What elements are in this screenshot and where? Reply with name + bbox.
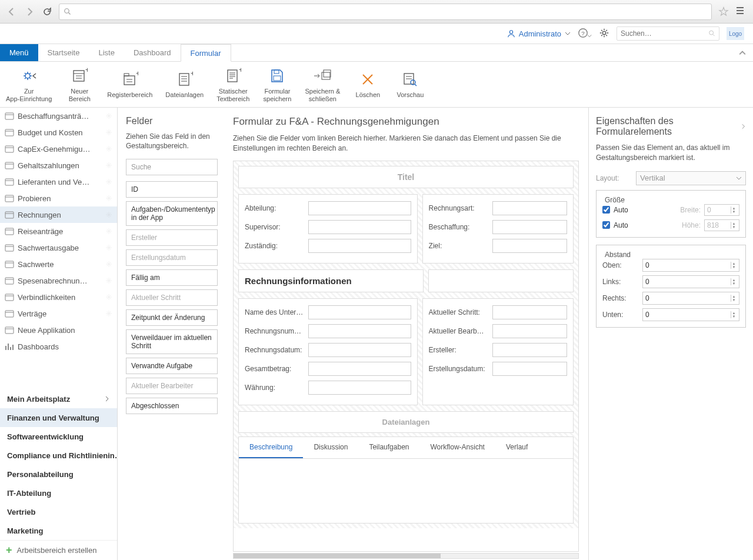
fields-search[interactable]: Suche — [126, 159, 218, 175]
form-input[interactable] — [308, 239, 411, 253]
layout-select[interactable]: Vertikal — [636, 171, 746, 185]
margin-input[interactable]: 0▲▼ — [642, 292, 739, 305]
form-line[interactable]: Erstellungsdatum: — [429, 361, 567, 376]
canvas-tab-content[interactable] — [238, 459, 574, 524]
back-button[interactable] — [6, 6, 18, 18]
form-input[interactable] — [308, 324, 411, 338]
sidebar-section[interactable]: Vertrieb — [0, 502, 117, 521]
form-line[interactable]: Rechnungsnum… — [245, 324, 411, 339]
form-input[interactable] — [308, 220, 411, 234]
field-item[interactable]: Fällig am — [126, 269, 218, 286]
field-item[interactable]: Aktueller Schritt — [126, 289, 218, 306]
ribbon-tab-area[interactable]: +Registerbereich — [107, 70, 152, 98]
form-input[interactable] — [308, 201, 411, 215]
sidebar-section[interactable]: Personalabteilung — [0, 465, 117, 484]
sidebar-app-item[interactable]: Spesenabrechnun… — [0, 272, 117, 289]
ribbon-preview[interactable]: Vorschau — [395, 70, 425, 98]
form-line[interactable]: Rechnungsart: — [429, 201, 567, 216]
form-line[interactable]: Währung: — [245, 380, 411, 395]
field-item[interactable]: Abgeschlossen — [126, 398, 218, 414]
form-input[interactable] — [492, 362, 567, 376]
form-input[interactable] — [308, 343, 411, 357]
tab-liste[interactable]: Liste — [89, 44, 124, 61]
sidebar-app-item[interactable]: Rechnungen — [0, 206, 117, 223]
canvas-title[interactable]: Titel — [238, 166, 574, 188]
margin-input[interactable]: 0▲▼ — [642, 259, 739, 272]
sidebar-section[interactable]: IT-Abteilung — [0, 484, 117, 502]
settings-button[interactable] — [599, 28, 609, 40]
form-input[interactable] — [492, 220, 567, 234]
sidebar-app-item[interactable]: Sachwertausgabe — [0, 239, 117, 256]
field-item[interactable]: Erstellungsdatum — [126, 249, 218, 266]
global-search[interactable] — [617, 26, 719, 41]
reload-button[interactable] — [41, 6, 53, 18]
form-line[interactable]: Gesamtbetrag: — [245, 361, 411, 376]
help-button[interactable]: ? — [578, 28, 592, 40]
sidebar-app-item[interactable]: Dashboards — [0, 338, 117, 355]
form-input[interactable] — [492, 305, 567, 319]
height-input[interactable]: 818▲▼ — [704, 219, 739, 231]
form-input[interactable] — [492, 201, 567, 215]
sidebar-section[interactable]: Finanzen und Verwaltung — [0, 408, 117, 427]
tab-startseite[interactable]: Startseite — [38, 44, 89, 61]
sidebar-app-item[interactable]: Lieferanten und Ve… — [0, 174, 117, 190]
form-input[interactable] — [308, 305, 411, 319]
field-item[interactable]: Aktueller Bearbeiter — [126, 378, 218, 394]
form-input[interactable] — [492, 239, 567, 253]
sidebar-app-item[interactable]: Probieren — [0, 190, 117, 206]
margin-input[interactable]: 0▲▼ — [642, 308, 739, 321]
url-bar[interactable] — [59, 4, 712, 20]
field-item[interactable]: ID — [126, 181, 218, 198]
field-item[interactable]: Verweildauer im aktuellen Schritt — [126, 329, 218, 354]
hamburger-icon[interactable] — [735, 6, 747, 17]
auto-height-checkbox[interactable] — [602, 221, 610, 229]
section-header[interactable]: Rechnungsinformationen — [238, 269, 424, 292]
forward-button[interactable] — [24, 6, 35, 18]
field-item[interactable]: Zeitpunkt der Änderung — [126, 309, 218, 326]
field-item[interactable]: Verwandte Aufgabe — [126, 358, 218, 374]
canvas-tab[interactable]: Diskussion — [303, 437, 358, 458]
canvas-block-1-right[interactable]: Rechnungsart:Beschaffung:Ziel: — [422, 194, 574, 264]
menu-button[interactable]: Menü — [0, 44, 38, 61]
global-search-input[interactable] — [621, 29, 709, 38]
form-line[interactable]: Aktueller Schritt: — [429, 305, 567, 320]
form-line[interactable]: Supervisor: — [245, 219, 411, 235]
tab-dashboard[interactable]: Dashboard — [124, 44, 181, 61]
canvas-block-2-left[interactable]: Name des Unter…Rechnungsnum…Rechnungsdat… — [238, 298, 418, 405]
field-item[interactable]: Aufgaben-/Dokumententyp in der App — [126, 201, 218, 226]
form-line[interactable]: Ziel: — [429, 238, 567, 254]
form-input[interactable] — [492, 343, 567, 357]
canvas-block-1-left[interactable]: Abteilung:Supervisor:Zuständig: — [238, 194, 418, 264]
field-item[interactable]: Ersteller — [126, 229, 218, 246]
form-line[interactable]: Rechnungsdatum: — [245, 342, 411, 358]
auto-width-checkbox[interactable] — [602, 206, 610, 214]
ribbon-new-area[interactable]: +Neuer Bereich — [65, 66, 94, 102]
canvas-tab[interactable]: Beschreibung — [239, 437, 303, 458]
canvas-tab[interactable]: Workflow-Ansicht — [419, 437, 495, 458]
sidebar-app-item[interactable]: Beschaffungsanträ… — [0, 108, 117, 124]
sidebar-section[interactable]: Mein Arbeitsplatz — [0, 389, 117, 408]
canvas-tab[interactable]: Verlauf — [495, 437, 538, 458]
tab-formular[interactable]: Formular — [181, 44, 231, 62]
chevron-right-icon[interactable] — [741, 124, 746, 129]
design-canvas[interactable]: Titel Abteilung:Supervisor:Zuständig: Re… — [234, 161, 578, 528]
ribbon-save-close[interactable]: Speichern & schließen — [305, 66, 340, 102]
ribbon-static-text[interactable]: +Statischer Textbereich — [216, 66, 249, 102]
form-input[interactable] — [492, 324, 567, 338]
sidebar-section[interactable]: Marketing — [0, 521, 117, 540]
canvas-attachments[interactable]: Dateianlagen — [238, 411, 574, 433]
sidebar-app-item[interactable]: Verbindlichkeiten — [0, 289, 117, 305]
form-line[interactable]: Zuständig: — [245, 238, 411, 254]
bookmark-icon[interactable] — [718, 6, 729, 18]
sidebar-app-item[interactable]: Budget und Kosten — [0, 124, 117, 141]
user-menu[interactable]: Administrato — [507, 29, 571, 38]
sidebar-app-item[interactable]: Reiseanträge — [0, 223, 117, 239]
create-workspace[interactable]: + Arbeitsbereich erstellen — [0, 540, 117, 560]
ribbon-attachments[interactable]: +Dateianlagen — [165, 70, 204, 98]
form-line[interactable]: Abteilung: — [245, 201, 411, 216]
form-input[interactable] — [308, 381, 411, 395]
canvas-tab[interactable]: Teilaufgaben — [358, 437, 419, 458]
section-header-right[interactable] — [428, 269, 574, 292]
sidebar-section[interactable]: Compliance und Richtlinienin… — [0, 446, 117, 465]
ribbon-app-setup[interactable]: Zur App-Einrichtung — [6, 66, 52, 102]
